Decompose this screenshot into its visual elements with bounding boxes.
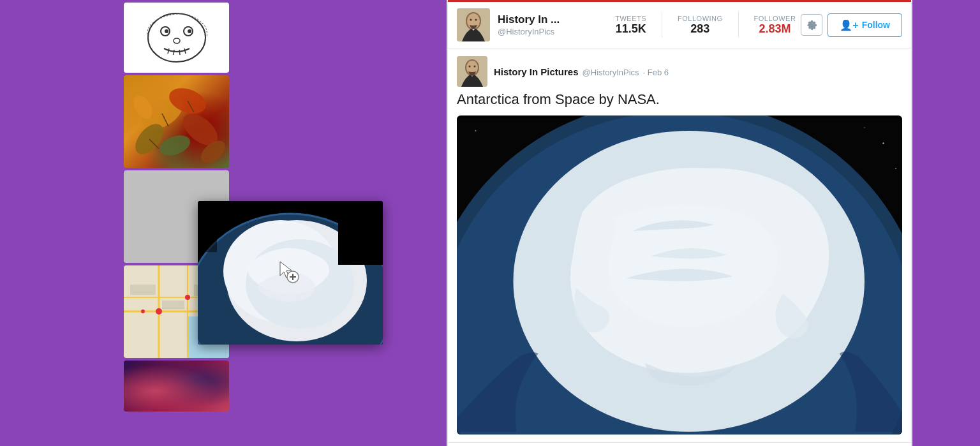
follow-icon: 👤+ [840,19,858,31]
svg-rect-38 [338,201,383,265]
svg-line-6 [168,48,169,54]
profile-avatar [457,8,490,41]
thumbnail-leaves[interactable] [124,75,229,168]
followers-stat: FOLLOWER 2.83M [754,15,796,36]
svg-point-48 [475,19,477,21]
gear-button[interactable] [801,14,822,36]
profile-header: History In ... @HistoryInPics TWEETS 11.… [448,0,911,48]
tweets-value: 11.5K [615,22,646,36]
svg-point-31 [141,309,145,313]
twitter-panel: History In ... @HistoryInPics TWEETS 11.… [447,0,912,446]
tweet-date: · Feb 6 [643,68,669,77]
following-label: FOLLOWING [678,15,723,22]
svg-rect-39 [198,201,217,252]
tweet-meta: History In Pictures @HistoryInPics · Feb… [494,66,669,77]
svg-point-4 [188,29,191,33]
svg-point-52 [469,66,471,68]
tweets-label: TWEETS [615,15,646,22]
followers-label: FOLLOWER [754,15,796,22]
svg-point-56 [882,142,884,144]
svg-line-7 [174,50,174,55]
tweet-text: Antarctica from Space by NASA. [457,91,902,109]
svg-point-55 [475,130,477,131]
add-cursor [275,259,301,287]
svg-point-47 [470,19,472,21]
thumbnail-blurry[interactable] [124,361,229,412]
svg-line-8 [179,50,180,55]
svg-point-5 [174,38,180,43]
following-stat: FOLLOWING 283 [678,15,723,36]
follow-label: Follow [862,20,890,30]
svg-point-30 [185,295,190,300]
svg-rect-26 [162,301,184,309]
following-value: 283 [678,22,723,36]
svg-point-3 [165,29,168,33]
svg-point-57 [864,127,865,128]
svg-rect-27 [130,285,156,295]
follow-button[interactable]: 👤+ Follow [828,13,902,37]
svg-point-53 [474,66,476,68]
tweet-header: History In Pictures @HistoryInPics · Feb… [457,56,902,87]
svg-point-58 [895,167,896,168]
thumbnail-sketch[interactable] [124,3,229,73]
svg-point-0 [148,13,205,62]
tweets-stat: TWEETS 11.5K [615,15,646,36]
tweet-author-name[interactable]: History In Pictures [494,66,579,77]
profile-name[interactable]: History In ... [498,13,615,26]
followers-value: 2.83M [754,22,796,36]
tweet-image[interactable] [457,115,902,435]
profile-handle[interactable]: @HistoryInPics [498,27,615,36]
tweet-avatar [457,56,487,87]
profile-info: History In ... @HistoryInPics [498,13,615,36]
antarctica-popup[interactable] [198,201,383,345]
svg-point-29 [156,308,162,315]
tweet-container: History In Pictures @HistoryInPics · Feb… [448,48,911,443]
stat-divider-1 [662,12,662,38]
stat-divider-2 [738,12,739,38]
stats-area: TWEETS 11.5K FOLLOWING 283 FOLLOWER 2.83… [615,12,796,38]
tweet-author-handle[interactable]: @HistoryInPics [583,68,639,77]
svg-line-9 [184,48,186,54]
